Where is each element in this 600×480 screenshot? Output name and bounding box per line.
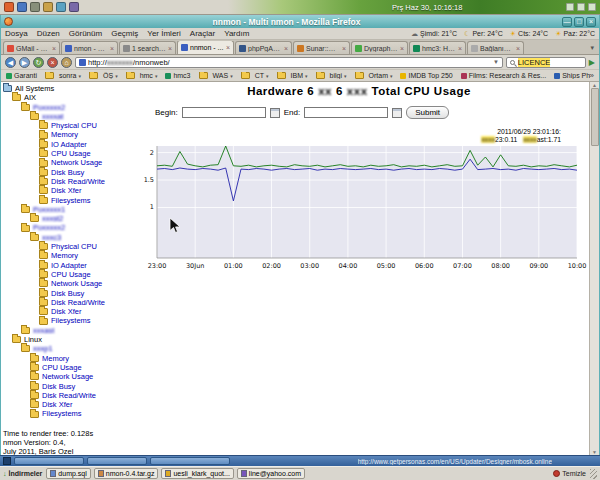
tree-item-metric[interactable]: Filesystems	[1, 409, 129, 418]
tree-item-metric[interactable]: Network Usage	[1, 372, 129, 381]
tree-item-metric[interactable]: IO Adapter	[1, 140, 129, 149]
tab-close-icon[interactable]: ×	[52, 45, 56, 52]
url-bar[interactable]: http://xxxxxxx/nmonweb/ ▼	[75, 57, 503, 68]
scrollbar-thumb[interactable]	[591, 88, 599, 146]
clear-downloads-button[interactable]: Temizle	[553, 470, 586, 477]
bookmark-item[interactable]: ÖŞ▾	[89, 72, 118, 79]
tree-item-metric[interactable]: Disk Busy	[1, 382, 129, 391]
tree-item-metric[interactable]: Physical CPU	[1, 242, 129, 251]
reload-button[interactable]: ↻	[33, 57, 44, 68]
bookmark-item[interactable]: bilgi▾	[316, 72, 347, 79]
menubar-item[interactable]: Geçmiş	[111, 29, 138, 38]
taskbar-menu-icon[interactable]	[3, 457, 11, 465]
bookmark-item[interactable]: IMDB Top 250	[400, 72, 452, 79]
browser-tab[interactable]: hmc3: Har...×	[409, 41, 466, 54]
taskbar-window-button[interactable]	[14, 457, 84, 465]
tree-item-host[interactable]: Poxxxxx2	[1, 223, 129, 232]
tab-close-icon[interactable]: ×	[226, 44, 230, 51]
menubar-item[interactable]: Görünüm	[69, 29, 102, 38]
bookmark-item[interactable]: Ships Photos at Mari...	[554, 72, 589, 79]
menubar-item[interactable]: Düzen	[37, 29, 60, 38]
tree-item-metric[interactable]: CPU Usage	[1, 149, 129, 158]
bookmark-item[interactable]: WAS▾	[199, 72, 233, 79]
chevron-down-icon[interactable]: ▼	[493, 59, 499, 65]
bookmark-item[interactable]: CT▾	[241, 72, 269, 79]
panel-launcher-icon[interactable]	[43, 2, 53, 12]
weather-forecast-item[interactable]: ☁Şimdi: 21°C	[411, 30, 457, 38]
bookmark-item[interactable]: hmc▾	[126, 72, 158, 79]
calendar-icon[interactable]	[270, 108, 280, 118]
back-button[interactable]: ◀	[5, 57, 16, 68]
tree-item-metric[interactable]: Physical CPU	[1, 121, 129, 130]
end-date-input[interactable]	[304, 107, 388, 118]
browser-tab[interactable]: Dygraphs...×	[351, 41, 408, 54]
tab-close-icon[interactable]: ×	[110, 45, 114, 52]
tree-item-metric[interactable]: Disk Xfer	[1, 186, 129, 195]
download-item[interactable]: uesli_klark_quot...	[161, 468, 233, 479]
tree-item-metric[interactable]: Disk Busy	[1, 289, 129, 298]
download-item[interactable]: nmon-0.4.tar.gz	[94, 468, 159, 479]
weather-forecast-item[interactable]: ☾Per: 24°C	[464, 30, 503, 38]
browser-tab[interactable]: nmon - M...×	[61, 41, 118, 54]
taskbar-window-button[interactable]	[87, 457, 147, 465]
tab-close-icon[interactable]: ×	[284, 45, 288, 52]
calendar-icon[interactable]	[392, 108, 402, 118]
begin-date-input[interactable]	[182, 107, 266, 118]
bookmark-item[interactable]: Ortam▾	[355, 72, 393, 79]
tree-item-metric[interactable]: IO Adapter	[1, 261, 129, 270]
tree-item-metric[interactable]: CPU Usage	[1, 270, 129, 279]
tree-item-metric[interactable]: Disk Read/Write	[1, 391, 129, 400]
tree-item-metric[interactable]: Disk Read/Write	[1, 298, 129, 307]
bookmark-item[interactable]: hmc3	[165, 72, 190, 79]
systray-icon[interactable]	[566, 3, 574, 11]
tree-item-metric[interactable]: Network Usage	[1, 158, 129, 167]
panel-launcher-icon[interactable]	[69, 2, 79, 12]
window-titlebar[interactable]: nnmon - Multi nmon - Mozilla Firefox — □…	[1, 15, 599, 28]
tree-item-host[interactable]: xxxc3	[1, 233, 129, 242]
tree-item-metric[interactable]: Memory	[1, 354, 129, 363]
tab-close-icon[interactable]: ×	[342, 45, 346, 52]
bookmark-item[interactable]: IBM▾	[277, 72, 308, 79]
panel-clock[interactable]: Prş Haz 30, 10:16:18	[392, 3, 462, 12]
menubar-item[interactable]: Yer İmleri	[147, 29, 181, 38]
home-button[interactable]: ⌂	[61, 57, 72, 68]
browser-tab[interactable]: Sunar::DÖ...×	[293, 41, 350, 54]
tree-item-metric[interactable]: Disk Xfer	[1, 307, 129, 316]
scroll-down-icon[interactable]: ▼	[592, 449, 597, 455]
browser-tab[interactable]: phpPgAd...×	[235, 41, 292, 54]
stop-button[interactable]: ×	[47, 57, 58, 68]
weather-forecast-item[interactable]: ☀Paz: 22°C	[555, 30, 595, 38]
window-maximize-button[interactable]: □	[574, 17, 584, 27]
tree-item-host[interactable]: xxxp1	[1, 344, 129, 353]
taskbar-window-button[interactable]	[150, 457, 230, 465]
list-all-tabs-icon[interactable]: ▾	[587, 44, 597, 52]
browser-tab[interactable]: Bağlanıyor...×	[467, 41, 524, 54]
submit-button[interactable]: Submit	[406, 106, 449, 119]
panel-launcher-terminal-icon[interactable]	[30, 2, 40, 12]
bookmarks-overflow-icon[interactable]: »	[590, 71, 594, 80]
tree-item-host[interactable]: Poxxxxx2	[1, 103, 129, 112]
forward-button[interactable]: ▶	[19, 57, 30, 68]
vertical-scrollbar[interactable]: ▲ ▼	[589, 82, 599, 455]
go-button[interactable]: ▶	[589, 58, 595, 67]
browser-tab[interactable]: nnmon - ...×	[177, 41, 234, 54]
tree-item-host[interactable]: xxxxat	[1, 112, 129, 121]
weather-forecast-item[interactable]: ☀Cts: 24°C	[510, 30, 548, 38]
download-item[interactable]: dump.sql	[46, 468, 90, 479]
tree-item-host[interactable]: xxxast	[1, 326, 129, 335]
window-minimize-button[interactable]: —	[562, 17, 572, 27]
menubar-item[interactable]: Araçlar	[190, 29, 215, 38]
tree-item-metric[interactable]: Disk Xfer	[1, 400, 129, 409]
browser-tab[interactable]: GMail - Ta...×	[3, 41, 60, 54]
window-close-button[interactable]: ×	[586, 17, 596, 27]
panel-launcher-firefox-icon[interactable]	[4, 2, 14, 12]
browser-tab[interactable]: 1 search r...×	[119, 41, 176, 54]
tree-item-metric[interactable]: Network Usage	[1, 279, 129, 288]
panel-launcher-icon[interactable]	[17, 2, 27, 12]
bookmark-item[interactable]: Films: Research & Res...	[461, 72, 546, 79]
tree-item-metric[interactable]: Memory	[1, 130, 129, 139]
systray-icon[interactable]	[577, 3, 585, 11]
systray-icon[interactable]	[588, 3, 596, 11]
tree-item-metric[interactable]: CPU Usage	[1, 363, 129, 372]
menubar-item[interactable]: Yardım	[224, 29, 249, 38]
